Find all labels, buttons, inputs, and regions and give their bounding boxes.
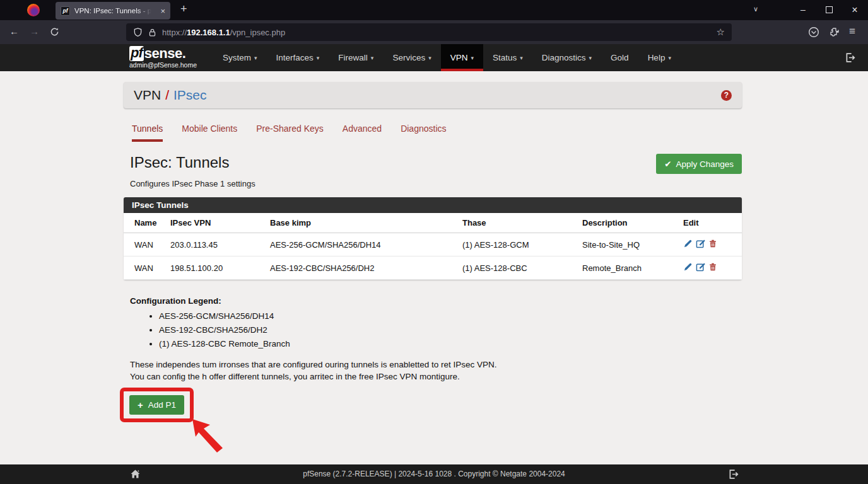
caret-down-icon: ▾ — [371, 55, 374, 61]
pencil-icon[interactable] — [683, 262, 693, 274]
cell-vpn: 203.0.113.45 — [170, 233, 270, 256]
breadcrumb-section: VPN — [134, 88, 161, 103]
caret-down-icon: ▾ — [589, 55, 592, 61]
col-name: Name — [124, 213, 170, 233]
edit-square-icon[interactable] — [696, 262, 705, 274]
tab-close-icon[interactable]: × — [160, 6, 165, 16]
nav-item-interfaces[interactable]: Interfaces▾ — [267, 44, 329, 71]
browser-tab-title: VPN: IPsec: Tunnels - pfSense.ho — [74, 7, 151, 14]
logo-sense-text: sense. — [144, 45, 186, 62]
tab-tunnels[interactable]: Tunnels — [132, 124, 163, 142]
reload-icon[interactable] — [50, 27, 59, 38]
info-line-2: You can config the h offer different tun… — [130, 371, 742, 383]
nav-item-vpn[interactable]: VPN▾ — [441, 44, 483, 71]
help-icon[interactable]: ? — [721, 90, 732, 101]
trash-icon[interactable] — [708, 262, 717, 274]
page-content: VPN / IPsec ? Tunnels Mobile Clients Pre… — [124, 82, 742, 466]
footer: pfSense (2.7.2-RELEASE) | 2024-5-16 1028… — [0, 464, 868, 484]
pfsense-logo[interactable]: pf sense. admin@pfSense.home — [129, 44, 197, 71]
cell-thase: (1) AES-128-GCM — [462, 233, 582, 256]
tunnels-table: Name IPsec VPN Base kimp Thase Descripti… — [124, 213, 742, 280]
minimize-button[interactable]: – — [795, 4, 811, 14]
tab-pre-shared-keys[interactable]: Pre-Shared Keys — [256, 124, 324, 142]
nav-item-system[interactable]: System▾ — [213, 44, 267, 71]
menu-icon[interactable]: ≡ — [849, 25, 855, 38]
col-description: Description — [582, 213, 683, 233]
breadcrumb-page-link[interactable]: IPsec — [173, 88, 207, 103]
bookmark-star-icon[interactable]: ☆ — [717, 26, 725, 38]
footer-logout-icon[interactable] — [728, 469, 739, 480]
pfsense-navbar: pf sense. admin@pfSense.home System▾ Int… — [0, 44, 868, 71]
cell-description: Site-to-Site_HQ — [582, 233, 683, 256]
info-text: These independes tum irronses that are c… — [124, 359, 742, 383]
ipsec-tunnels-panel: IPsec Tunnels Name IPsec VPN Base kimp T… — [124, 197, 742, 280]
page-title: IPsec: Tunnels — [130, 154, 229, 171]
add-p1-area: + Add P1 — [124, 388, 742, 466]
pocket-icon[interactable] — [808, 26, 819, 38]
tab-advanced[interactable]: Advanced — [343, 124, 382, 142]
table-row: WAN 203.0.113.45 AES-256-GCM/SHA256/DH14… — [124, 233, 742, 256]
cell-base: AES-192-CBC/SHA256/DH2 — [270, 256, 462, 280]
tab-list-chevron-icon[interactable]: ∨ — [753, 5, 758, 13]
cell-name: WAN — [124, 256, 170, 280]
info-line-1: These independes tum irronses that are c… — [130, 359, 742, 371]
breadcrumb-separator: / — [165, 88, 169, 103]
cell-description: Remote_Branch — [582, 256, 683, 280]
cell-name: WAN — [124, 233, 170, 256]
window-close-button[interactable]: × — [847, 4, 862, 16]
tab-diagnostics[interactable]: Diagnostics — [401, 124, 446, 142]
table-row: WAN 198.51.100.20 AES-192-CBC/SHA256/DH2… — [124, 256, 742, 280]
apply-changes-button[interactable]: ✔ Apply Changes — [656, 154, 742, 174]
cell-thase: (1) AES-128-CBC — [462, 256, 582, 280]
browser-tab[interactable]: pf VPN: IPsec: Tunnels - pfSense.ho × — [56, 2, 170, 20]
new-tab-button[interactable]: + — [180, 3, 187, 16]
caret-down-icon: ▾ — [317, 55, 320, 61]
caret-down-icon: ▾ — [254, 55, 257, 61]
extensions-icon[interactable] — [829, 26, 840, 38]
nav-item-diagnostics[interactable]: Diagnostics▾ — [532, 44, 601, 71]
url-scheme: httpx:// — [162, 28, 187, 37]
back-button[interactable]: ← — [9, 26, 19, 37]
col-thase: Thase — [462, 213, 582, 233]
col-base-kimp: Base kimp — [270, 213, 462, 233]
legend-title: Configuration Legend: — [124, 296, 742, 306]
cell-vpn: 198.51.100.20 — [170, 256, 270, 280]
pencil-icon[interactable] — [683, 239, 693, 250]
legend-item: (1) AES-128-CBC Remote_Branch — [159, 339, 742, 349]
url-host: 192.168.1.1 — [187, 28, 230, 37]
plus-icon: + — [138, 401, 143, 409]
edit-square-icon[interactable] — [696, 239, 705, 250]
ipsec-tabs: Tunnels Mobile Clients Pre-Shared Keys A… — [124, 124, 742, 142]
caret-down-icon: ▾ — [428, 55, 431, 61]
shield-icon[interactable] — [133, 27, 143, 37]
cell-base: AES-256-GCM/SHA256/DH14 — [270, 233, 462, 256]
forward-button[interactable]: → — [30, 26, 39, 37]
nav-item-gold[interactable]: Gold — [601, 44, 638, 71]
maximize-button[interactable] — [821, 6, 836, 13]
browser-urlbar: ← → httpx://192.168.1.1/vpn_ipsec.php ☆ … — [0, 20, 868, 44]
firefox-icon — [27, 4, 40, 16]
lock-icon[interactable] — [148, 28, 156, 37]
address-bar[interactable]: httpx://192.168.1.1/vpn_ipsec.php ☆ — [126, 23, 732, 41]
caret-down-icon: ▾ — [520, 55, 523, 61]
nav-item-services[interactable]: Services▾ — [383, 44, 440, 71]
col-ipsec-vpn: IPsec VPN — [170, 213, 270, 233]
legend-item: AES-256-GCM/SHA256/DH14 — [159, 311, 742, 321]
tab-mobile-clients[interactable]: Mobile Clients — [182, 124, 237, 142]
home-icon[interactable] — [130, 469, 141, 479]
add-p1-button[interactable]: + Add P1 — [129, 395, 184, 415]
table-header-row: Name IPsec VPN Base kimp Thase Descripti… — [124, 213, 742, 233]
panel-title: IPsec Tunnels — [124, 197, 742, 213]
browser-titlebar: pf VPN: IPsec: Tunnels - pfSense.ho × + … — [0, 0, 868, 20]
nav-item-help[interactable]: Help▾ — [638, 44, 681, 71]
check-icon: ✔ — [664, 159, 671, 169]
nav-item-status[interactable]: Status▾ — [483, 44, 532, 71]
trash-icon[interactable] — [708, 239, 717, 250]
logout-icon[interactable] — [845, 52, 855, 63]
legend-item: AES-192-CBC/SHA256/DH2 — [159, 325, 742, 335]
pfsense-favicon-icon: pf — [61, 6, 70, 16]
nav-item-firewall[interactable]: Firewall▾ — [329, 44, 383, 71]
breadcrumb: VPN / IPsec ? — [124, 82, 742, 108]
url-text: httpx://192.168.1.1/vpn_ipsec.php — [162, 28, 285, 37]
annotation-highlight-box: + Add P1 — [120, 388, 194, 422]
